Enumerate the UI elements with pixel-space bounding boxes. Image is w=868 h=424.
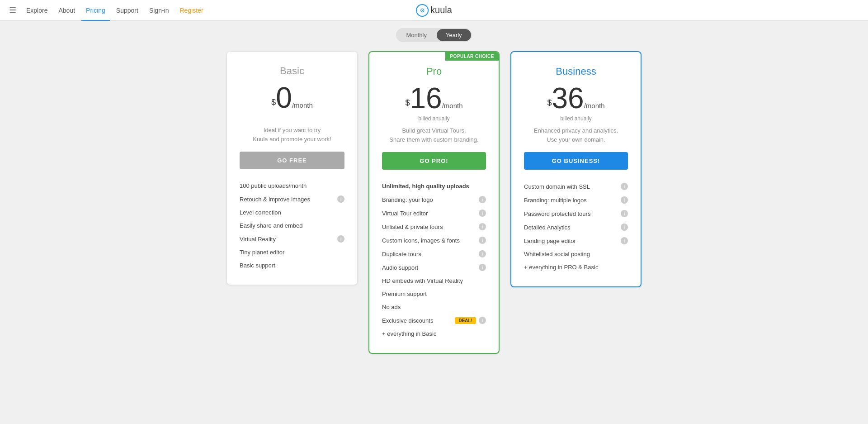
nav-support[interactable]: Support [112, 0, 143, 21]
nav-logo[interactable]: ⊙ kuula [416, 4, 452, 17]
list-item: Custom icons, images & fonts i [382, 233, 486, 247]
list-item: Unlimited, high quality uploads [382, 180, 486, 193]
navbar: ☰ Explore About Pricing Support Sign-in … [0, 0, 868, 21]
list-item: Custom domain with SSL i [524, 180, 628, 193]
list-item: Landing page editor i [524, 234, 628, 248]
list-item: Branding: multiple logos i [524, 193, 628, 207]
info-icon[interactable]: i [479, 196, 486, 203]
feature-text: Landing page editor [524, 238, 576, 244]
list-item: Retouch & improve images i [240, 192, 344, 206]
pro-amount: 16 [410, 82, 442, 114]
feature-text: No ads [382, 304, 401, 310]
feature-text: Level correction [240, 209, 281, 216]
info-icon[interactable]: i [621, 196, 628, 204]
feature-text: Tiny planet editor [240, 249, 284, 256]
info-icon[interactable]: i [479, 223, 486, 230]
info-icon[interactable]: i [337, 195, 344, 203]
list-item: HD embeds with Virtual Reality [382, 274, 486, 287]
pro-desc: Build great Virtual Tours.Share them wit… [382, 126, 486, 144]
toggle-yearly[interactable]: Yearly [437, 29, 471, 41]
deal-badge: DEAL! [455, 317, 476, 324]
business-features: Custom domain with SSL i Branding: multi… [524, 180, 628, 274]
list-item: Easily share and embed [240, 219, 344, 232]
feature-text: Branding: your logo [382, 196, 433, 203]
basic-features: 100 public uploads/month Retouch & impro… [240, 179, 344, 272]
basic-cta[interactable]: GO FREE [240, 152, 344, 169]
pro-period: /month [442, 102, 463, 110]
info-icon[interactable]: i [621, 237, 628, 244]
feature-text: Virtual Tour editor [382, 210, 428, 217]
business-desc: Enhanced privacy and analytics.Use your … [524, 126, 628, 144]
list-item: Virtual Tour editor i [382, 206, 486, 220]
info-icon[interactable]: i [479, 210, 486, 217]
billing-toggle-wrap: Monthly Yearly [0, 21, 868, 47]
info-icon[interactable]: i [621, 224, 628, 231]
basic-billed [240, 115, 344, 121]
card-basic: Basic $0/month Ideal if you want to tryK… [226, 51, 358, 285]
list-item: + everything in PRO & Basic [524, 261, 628, 274]
billing-toggle: Monthly Yearly [396, 28, 472, 42]
feature-text: Exclusive discounts [382, 317, 433, 324]
list-item: Basic support [240, 259, 344, 272]
feature-text: HD embeds with Virtual Reality [382, 277, 463, 284]
info-icon[interactable]: i [337, 235, 344, 243]
feature-text: Branding: multiple logos [524, 197, 587, 204]
list-item: Audio support i [382, 261, 486, 274]
info-icon[interactable]: i [479, 264, 486, 271]
list-item: Level correction [240, 206, 344, 219]
nav-signin[interactable]: Sign-in [145, 0, 174, 21]
toggle-monthly[interactable]: Monthly [397, 29, 436, 41]
info-icon[interactable]: i [479, 237, 486, 244]
pro-price-wrap: $16/month [382, 84, 486, 113]
pricing-cards: Basic $0/month Ideal if you want to tryK… [0, 47, 868, 372]
basic-title: Basic [240, 65, 344, 77]
feature-text: Easily share and embed [240, 222, 302, 229]
info-icon[interactable]: i [479, 250, 486, 257]
menu-icon[interactable]: ☰ [9, 5, 16, 15]
pro-features: Unlimited, high quality uploads Branding… [382, 180, 486, 340]
basic-currency: $ [271, 98, 276, 107]
feature-text: Custom icons, images & fonts [382, 237, 460, 244]
list-item: Tiny planet editor [240, 246, 344, 259]
list-item: Exclusive discounts DEAL! i [382, 314, 486, 327]
feature-text: + everything in Basic [382, 330, 436, 337]
nav-register[interactable]: Register [175, 0, 208, 21]
pro-cta[interactable]: GO PRO! [382, 152, 486, 170]
nav-explore[interactable]: Explore [22, 0, 52, 21]
list-item: Duplicate tours i [382, 247, 486, 261]
feature-text: Detailed Analytics [524, 224, 571, 231]
nav-about[interactable]: About [54, 0, 80, 21]
business-cta[interactable]: GO BUSINESS! [524, 152, 628, 170]
feature-text: Audio support [382, 264, 418, 271]
card-business: Business $36/month billed anually Enhanc… [510, 51, 642, 287]
business-period: /month [584, 102, 605, 110]
business-currency: $ [547, 98, 552, 107]
feature-text: Unlimited, high quality uploads [382, 183, 469, 190]
list-item: Detailed Analytics i [524, 220, 628, 234]
info-icon[interactable]: i [479, 317, 486, 324]
info-icon[interactable]: i [621, 210, 628, 217]
basic-desc: Ideal if you want to tryKuula and promot… [240, 126, 344, 143]
pro-currency: $ [405, 98, 410, 107]
list-item: Virtual Reality i [240, 232, 344, 246]
feature-text: Duplicate tours [382, 251, 421, 257]
info-icon[interactable]: i [621, 183, 628, 190]
feature-text: Custom domain with SSL [524, 183, 590, 190]
feature-text: Premium support [382, 291, 427, 297]
business-price-wrap: $36/month [524, 84, 628, 113]
pro-title: Pro [382, 66, 486, 77]
basic-amount: 0 [276, 81, 292, 114]
feature-text: 100 public uploads/month [240, 182, 307, 189]
list-item: 100 public uploads/month [240, 179, 344, 192]
feature-text: Unlisted & private tours [382, 224, 443, 230]
business-billed: billed anually [524, 115, 628, 122]
pro-billed: billed anually [382, 115, 486, 122]
list-item: Whitelisted social posting [524, 248, 628, 261]
list-item: Branding: your logo i [382, 193, 486, 206]
feature-text: + everything in PRO & Basic [524, 264, 598, 271]
list-item: Password protected tours i [524, 207, 628, 220]
list-item: Unlisted & private tours i [382, 220, 486, 233]
feature-right: DEAL! i [455, 317, 486, 324]
logo-icon: ⊙ [416, 4, 429, 17]
nav-pricing[interactable]: Pricing [81, 0, 110, 21]
